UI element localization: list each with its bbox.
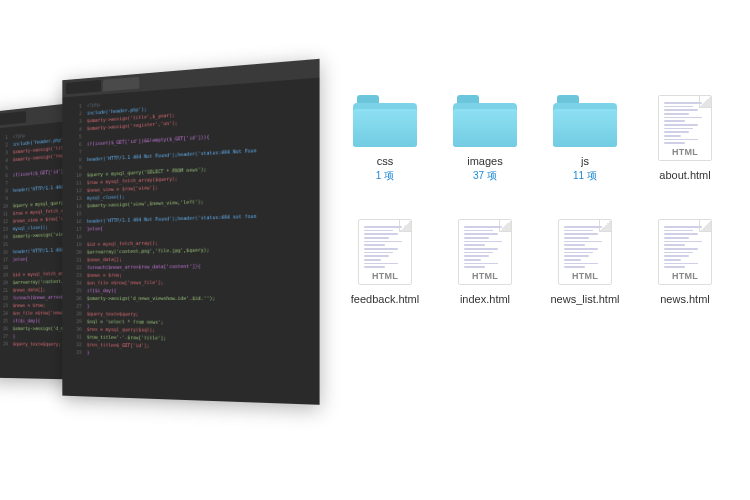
item-count: 1 项 <box>376 169 394 183</box>
file-badge: HTML <box>659 147 711 157</box>
file-item[interactable]: HTMLnews_list.html <box>540 219 630 305</box>
editor-tab[interactable] <box>103 77 139 92</box>
editor-body: 1<?php2include('header.php');3$smarty->a… <box>62 78 319 367</box>
file-badge: HTML <box>659 271 711 281</box>
html-file-icon: HTML <box>558 219 612 285</box>
file-item[interactable]: HTMLabout.html <box>640 95 730 183</box>
item-count: 11 项 <box>573 169 597 183</box>
item-name: news.html <box>660 293 710 305</box>
folder-icon <box>553 95 617 147</box>
folder-icon <box>453 95 517 147</box>
html-file-icon: HTML <box>658 95 712 161</box>
html-file-icon: HTML <box>658 219 712 285</box>
code-editor-group: 1<?php2include('header.php');3$smarty->a… <box>0 70 330 430</box>
item-name: images <box>467 155 502 167</box>
item-count: 37 项 <box>473 169 497 183</box>
file-badge: HTML <box>459 271 511 281</box>
editor-tab[interactable] <box>66 80 101 94</box>
folder-icon <box>353 95 417 147</box>
item-name: about.html <box>659 169 710 181</box>
finder-grid: css1 项images37 项js11 项HTMLabout.htmlHTML… <box>340 95 730 305</box>
html-file-icon: HTML <box>358 219 412 285</box>
item-name: news_list.html <box>550 293 619 305</box>
item-name: js <box>581 155 589 167</box>
folder-item[interactable]: js11 项 <box>540 95 630 183</box>
code-editor-front: 1<?php2include('header.php');3$smarty->a… <box>62 59 319 405</box>
file-badge: HTML <box>359 271 411 281</box>
item-name: css <box>377 155 394 167</box>
editor-tab[interactable] <box>0 111 26 126</box>
item-name: index.html <box>460 293 510 305</box>
folder-item[interactable]: css1 项 <box>340 95 430 183</box>
file-item[interactable]: HTMLindex.html <box>440 219 530 305</box>
item-name: feedback.html <box>351 293 419 305</box>
file-badge: HTML <box>559 271 611 281</box>
folder-item[interactable]: images37 项 <box>440 95 530 183</box>
file-item[interactable]: HTMLfeedback.html <box>340 219 430 305</box>
file-item[interactable]: HTMLnews.html <box>640 219 730 305</box>
html-file-icon: HTML <box>458 219 512 285</box>
